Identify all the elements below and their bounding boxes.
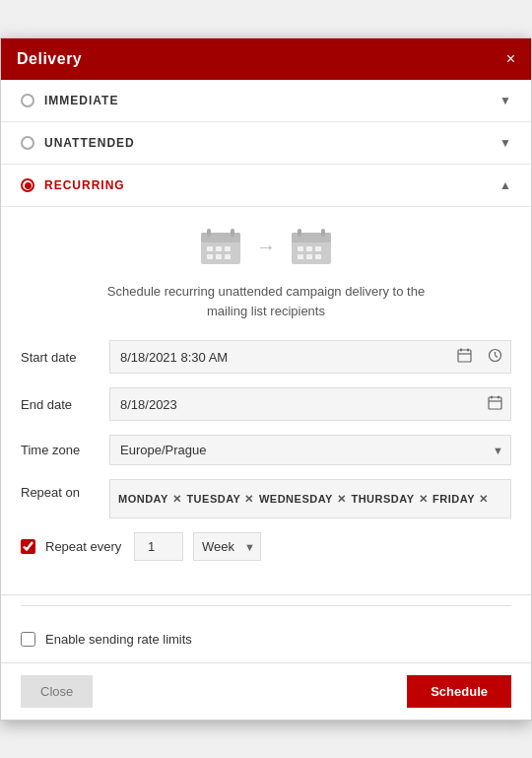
immediate-radio[interactable] [21, 94, 34, 107]
svg-rect-21 [460, 349, 462, 352]
start-date-calendar-icon[interactable] [449, 341, 480, 373]
svg-rect-14 [298, 246, 303, 251]
svg-line-26 [496, 356, 499, 358]
start-date-row: Start date [21, 340, 511, 374]
svg-rect-3 [231, 229, 234, 237]
repeat-every-number-input[interactable] [134, 532, 183, 561]
recurring-option[interactable]: RECURRING ▲ [1, 165, 531, 207]
svg-rect-27 [489, 397, 501, 409]
calendar-start-icon [199, 227, 242, 266]
svg-rect-4 [207, 246, 213, 251]
timezone-label: Time zone [21, 443, 109, 457]
recurring-radio[interactable] [21, 178, 34, 192]
end-date-input-wrap [109, 387, 511, 421]
immediate-option[interactable]: IMMEDIATE ▼ [1, 80, 531, 122]
dialog-title: Delivery [17, 50, 82, 68]
unattended-chevron: ▼ [499, 136, 511, 150]
svg-rect-5 [216, 246, 222, 251]
timezone-row: Time zone Europe/Prague ▼ [21, 435, 511, 465]
schedule-button[interactable]: Schedule [407, 675, 511, 708]
start-date-time-icon[interactable] [480, 341, 510, 373]
repeat-on-label: Repeat on [21, 479, 109, 500]
repeat-every-label: Repeat every [45, 539, 124, 554]
section-divider [21, 605, 511, 606]
svg-rect-29 [498, 396, 499, 399]
svg-rect-17 [298, 254, 303, 259]
day-friday-label: FRIDAY [432, 493, 475, 505]
end-date-row: End date [21, 387, 511, 421]
svg-rect-16 [315, 246, 321, 251]
recurring-chevron: ▲ [499, 178, 511, 192]
repeat-on-row: Repeat on MONDAY ✕ TUESDAY ✕ WEDNESDAY ✕ [21, 479, 511, 518]
day-tag-monday: MONDAY ✕ [118, 486, 181, 512]
svg-rect-19 [315, 254, 321, 259]
day-tag-tuesday: TUESDAY ✕ [186, 486, 254, 512]
sending-rate-checkbox[interactable] [21, 632, 35, 647]
calendar-illustration: → [21, 227, 511, 266]
sending-rate-row: Enable sending rate limits [1, 616, 531, 662]
svg-rect-7 [207, 254, 213, 259]
dialog-body: IMMEDIATE ▼ UNATTENDED ▼ RECURRING ▲ [1, 80, 531, 720]
unattended-option-left: UNATTENDED [21, 136, 135, 150]
svg-rect-18 [306, 254, 312, 259]
timezone-select-wrap: Europe/Prague ▼ [109, 435, 511, 465]
day-friday-remove[interactable]: ✕ [479, 493, 489, 506]
day-tuesday-label: TUESDAY [186, 493, 240, 505]
day-tag-wednesday: WEDNESDAY ✕ [259, 486, 347, 512]
day-thursday-label: THURSDAY [351, 493, 414, 505]
svg-rect-28 [491, 396, 493, 399]
close-button[interactable]: Close [21, 675, 93, 708]
timezone-select[interactable]: Europe/Prague [109, 435, 511, 465]
recurring-option-left: RECURRING [21, 178, 125, 192]
repeat-every-row: Repeat every Week Day Month ▼ [21, 532, 511, 561]
svg-rect-12 [298, 229, 301, 237]
svg-rect-22 [467, 349, 469, 352]
repeat-unit-select[interactable]: Week Day Month [193, 532, 261, 561]
day-wednesday-label: WEDNESDAY [259, 493, 333, 505]
svg-rect-6 [225, 246, 231, 251]
repeat-on-tags-area: MONDAY ✕ TUESDAY ✕ WEDNESDAY ✕ THURSDAY … [109, 479, 511, 518]
end-date-label: End date [21, 397, 109, 412]
delivery-dialog: Delivery × IMMEDIATE ▼ UNATTENDED ▼ RECU… [0, 37, 532, 721]
unattended-option[interactable]: UNATTENDED ▼ [1, 122, 531, 165]
start-date-label: Start date [21, 350, 109, 365]
end-date-calendar-icon[interactable] [480, 388, 510, 420]
calendar-end-icon [290, 227, 333, 266]
dialog-header: Delivery × [1, 38, 531, 80]
recurring-label: RECURRING [44, 178, 125, 192]
start-date-input-wrap [109, 340, 511, 374]
day-tag-friday: FRIDAY ✕ [432, 486, 488, 512]
recurring-section: → Schedule recurring unattended campaign… [1, 207, 531, 595]
immediate-chevron: ▼ [499, 94, 511, 107]
start-date-input[interactable] [110, 343, 449, 372]
repeat-every-checkbox[interactable] [21, 539, 35, 554]
dialog-footer: Close Schedule [1, 662, 531, 720]
day-tuesday-remove[interactable]: ✕ [244, 493, 254, 506]
day-monday-remove[interactable]: ✕ [172, 493, 182, 506]
svg-rect-20 [458, 350, 471, 362]
unattended-label: UNATTENDED [44, 136, 135, 150]
unattended-radio[interactable] [21, 136, 34, 150]
immediate-option-left: IMMEDIATE [21, 94, 118, 107]
svg-rect-15 [306, 246, 312, 251]
repeat-unit-select-wrap: Week Day Month ▼ [193, 532, 261, 561]
immediate-label: IMMEDIATE [44, 94, 118, 107]
day-thursday-remove[interactable]: ✕ [419, 493, 429, 506]
end-date-input[interactable] [110, 390, 480, 419]
svg-rect-13 [321, 229, 325, 237]
svg-rect-9 [225, 254, 231, 259]
arrow-right-icon: → [256, 236, 276, 258]
day-monday-label: MONDAY [118, 493, 168, 505]
svg-rect-8 [216, 254, 222, 259]
day-wednesday-remove[interactable]: ✕ [337, 493, 347, 506]
dialog-close-button[interactable]: × [506, 50, 515, 68]
day-tag-thursday: THURSDAY ✕ [351, 486, 428, 512]
sending-rate-label: Enable sending rate limits [45, 632, 192, 647]
svg-rect-2 [207, 229, 211, 237]
recurring-description: Schedule recurring unattended campaign d… [21, 282, 511, 320]
